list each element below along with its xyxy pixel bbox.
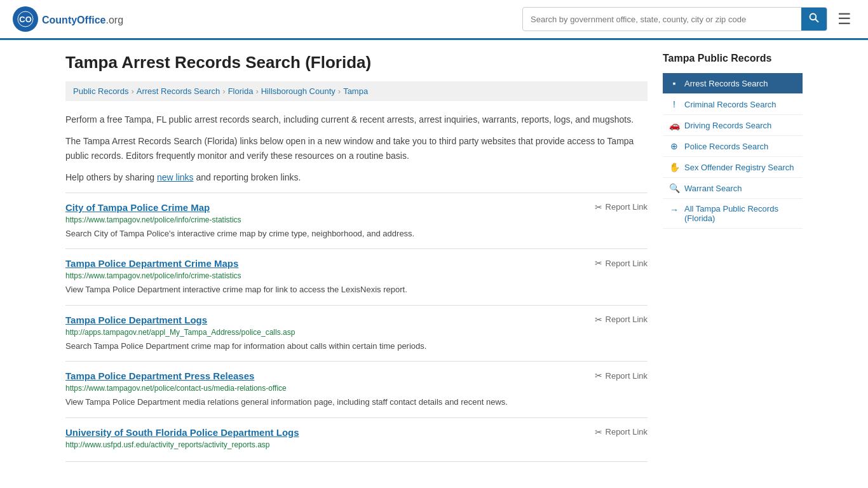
breadcrumb-tampa[interactable]: Tampa xyxy=(343,86,368,96)
main-container: Tampa Arrest Records Search (Florida) Pu… xyxy=(53,40,815,475)
sidebar-item-driving-records[interactable]: 🚗 Driving Records Search xyxy=(663,115,803,136)
result-url-0: https://www.tampagov.net/police/info/cri… xyxy=(65,215,648,224)
page-title: Tampa Arrest Records Search (Florida) xyxy=(65,53,648,72)
result-header: City of Tampa Police Crime Map ✂ Report … xyxy=(65,202,648,213)
all-records-link[interactable]: All Tampa Public Records (Florida) xyxy=(684,204,796,223)
report-icon-1: ✂ xyxy=(595,258,602,268)
report-link-0[interactable]: ✂ Report Link xyxy=(595,202,648,212)
result-title-0[interactable]: City of Tampa Police Crime Map xyxy=(65,202,210,213)
result-header: University of South Florida Police Depar… xyxy=(65,427,648,438)
result-title-4[interactable]: University of South Florida Police Depar… xyxy=(65,427,299,438)
result-item: City of Tampa Police Crime Map ✂ Report … xyxy=(65,193,648,249)
result-desc-0: Search City of Tampa Police's interactiv… xyxy=(65,227,648,240)
main-search-bar xyxy=(522,7,827,31)
driving-records-icon: 🚗 xyxy=(669,120,679,130)
result-item: University of South Florida Police Depar… xyxy=(65,417,648,462)
result-item: Tampa Police Department Crime Maps ✂ Rep… xyxy=(65,248,648,305)
breadcrumb-public-records[interactable]: Public Records xyxy=(73,86,128,96)
description-para3: Help others by sharing new links and rep… xyxy=(65,170,648,184)
main-search-button[interactable] xyxy=(801,8,827,30)
main-search-input[interactable] xyxy=(523,10,801,29)
result-url-1: https://www.tampagov.net/police/info/cri… xyxy=(65,271,648,280)
description: Perform a free Tampa, FL public arrest r… xyxy=(65,112,648,185)
sex-offender-icon: ✋ xyxy=(669,162,679,172)
breadcrumb: Public Records › Arrest Records Search ›… xyxy=(65,81,648,101)
warrant-search-icon: 🔍 xyxy=(669,183,679,193)
result-list: City of Tampa Police Crime Map ✂ Report … xyxy=(65,193,648,462)
logo-area: CO CountyOffice.org xyxy=(13,6,123,32)
result-title-3[interactable]: Tampa Police Department Press Releases xyxy=(65,370,254,381)
svg-line-3 xyxy=(815,19,818,22)
result-title-1[interactable]: Tampa Police Department Crime Maps xyxy=(65,258,238,269)
criminal-records-icon: ! xyxy=(669,99,679,109)
sidebar-item-police-records[interactable]: ⊕ Police Records Search xyxy=(663,136,803,157)
arrest-records-icon: ▪ xyxy=(669,78,679,88)
header-right: ☰ xyxy=(522,6,855,32)
all-records-icon: → xyxy=(669,205,679,215)
result-desc-2: Search Tampa Police Department crime map… xyxy=(65,340,648,353)
new-links-link[interactable]: new links xyxy=(157,172,194,182)
report-icon-3: ✂ xyxy=(595,370,602,381)
description-para1: Perform a free Tampa, FL public arrest r… xyxy=(65,112,648,126)
sidebar-item-all-records[interactable]: → All Tampa Public Records (Florida) xyxy=(663,199,803,229)
content-area: Tampa Arrest Records Search (Florida) Pu… xyxy=(65,53,648,462)
logo-text: CountyOffice.org xyxy=(42,12,123,27)
menu-icon[interactable]: ☰ xyxy=(834,6,855,32)
result-item: Tampa Police Department Press Releases ✂… xyxy=(65,361,648,417)
breadcrumb-arrest-records[interactable]: Arrest Records Search xyxy=(137,86,220,96)
sidebar-item-criminal-records[interactable]: ! Criminal Records Search xyxy=(663,94,803,115)
svg-text:CO: CO xyxy=(19,15,32,24)
result-header: Tampa Police Department Logs ✂ Report Li… xyxy=(65,315,648,325)
report-link-1[interactable]: ✂ Report Link xyxy=(595,258,648,268)
sidebar-item-arrest-records[interactable]: ▪ Arrest Records Search xyxy=(663,73,803,94)
breadcrumb-hillsborough[interactable]: Hillsborough County xyxy=(261,86,336,96)
sidebar: Tampa Public Records ▪ Arrest Records Se… xyxy=(663,53,803,462)
report-icon-4: ✂ xyxy=(595,427,602,437)
breadcrumb-florida[interactable]: Florida xyxy=(228,86,254,96)
result-header: Tampa Police Department Press Releases ✂… xyxy=(65,370,648,381)
result-url-3: https://www.tampagov.net/police/contact-… xyxy=(65,384,648,393)
sidebar-item-warrant-search[interactable]: 🔍 Warrant Search xyxy=(663,178,803,199)
logo-icon: CO xyxy=(13,6,38,32)
result-url-2: http://apps.tampagov.net/appl_My_Tampa_A… xyxy=(65,328,648,337)
report-link-2[interactable]: ✂ Report Link xyxy=(595,315,648,325)
result-desc-3: View Tampa Police Department media relat… xyxy=(65,396,648,409)
result-title-2[interactable]: Tampa Police Department Logs xyxy=(65,315,207,325)
description-para2: The Tampa Arrest Records Search (Florida… xyxy=(65,134,648,163)
report-icon-0: ✂ xyxy=(595,202,602,212)
sidebar-item-sex-offender[interactable]: ✋ Sex Offender Registry Search xyxy=(663,157,803,178)
result-desc-1: View Tampa Police Department interactive… xyxy=(65,283,648,296)
report-icon-2: ✂ xyxy=(595,315,602,325)
result-url-4: http://www.usfpd.usf.edu/activity_report… xyxy=(65,440,648,449)
result-item: Tampa Police Department Logs ✂ Report Li… xyxy=(65,305,648,362)
page-header: CO CountyOffice.org ☰ xyxy=(0,0,868,40)
report-link-4[interactable]: ✂ Report Link xyxy=(595,427,648,437)
police-records-icon: ⊕ xyxy=(669,141,679,151)
report-link-3[interactable]: ✂ Report Link xyxy=(595,370,648,381)
sidebar-title: Tampa Public Records xyxy=(663,53,803,67)
result-header: Tampa Police Department Crime Maps ✂ Rep… xyxy=(65,258,648,269)
